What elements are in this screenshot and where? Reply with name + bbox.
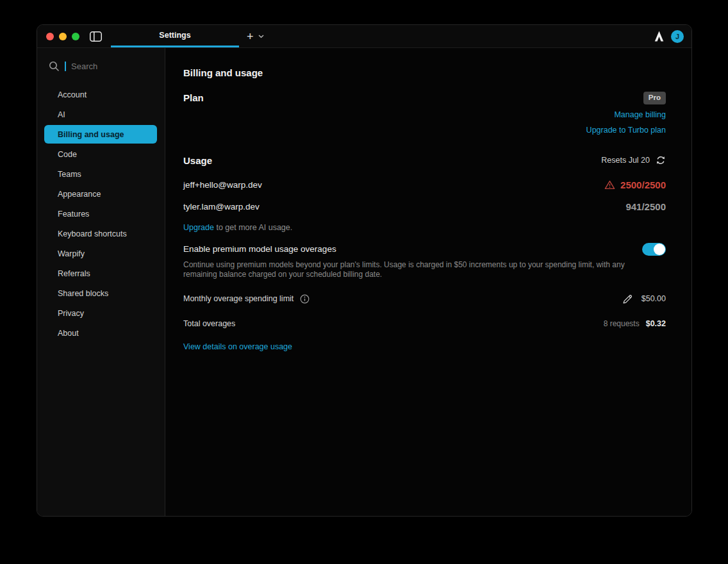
sidebar-item-shared-blocks[interactable]: Shared blocks: [44, 284, 157, 303]
sidebar-item-appearance[interactable]: Appearance: [44, 185, 157, 203]
manage-billing-link[interactable]: Manage billing: [614, 110, 666, 119]
settings-sidebar: Search Account AI Billing and usage Code…: [37, 48, 165, 516]
titlebar: Settings + J: [37, 25, 691, 48]
usage-account-row: jeff+hello@warp.dev 2500/2500: [183, 179, 666, 190]
overages-toggle-label: Enable premium model usage overages: [183, 244, 336, 254]
edit-limit-icon[interactable]: [622, 294, 633, 304]
new-tab-controls: +: [247, 31, 264, 42]
spending-limit-value: $50.00: [641, 294, 666, 303]
search-icon: [49, 61, 60, 72]
sidebar-item-teams[interactable]: Teams: [44, 165, 157, 183]
refresh-icon[interactable]: [656, 155, 666, 165]
search-input[interactable]: Search: [37, 58, 165, 74]
upgrade-hint-text: to get more AI usage.: [214, 223, 292, 232]
settings-window: Settings + J Search: [37, 24, 692, 517]
total-overages-amount: $0.32: [646, 319, 666, 328]
upgrade-to-turbo-link[interactable]: Upgrade to Turbo plan: [586, 126, 666, 135]
page-title: Billing and usage: [183, 67, 666, 78]
sidebar-item-about[interactable]: About: [44, 324, 157, 342]
sidebar-item-keyboard-shortcuts[interactable]: Keyboard shortcuts: [44, 224, 157, 243]
sidebar-item-code[interactable]: Code: [44, 145, 157, 163]
sidebar-item-privacy[interactable]: Privacy: [44, 304, 157, 322]
upgrade-hint: Upgrade to get more AI usage.: [183, 223, 666, 232]
tab-settings[interactable]: Settings: [111, 25, 239, 47]
user-avatar[interactable]: J: [671, 30, 684, 43]
zoom-window-button[interactable]: [72, 33, 79, 40]
total-overages-requests: 8 requests: [604, 319, 640, 328]
spending-limit-label: Monthly overage spending limit: [183, 294, 294, 303]
view-overage-details-link[interactable]: View details on overage usage: [183, 342, 292, 351]
account-email: tyler.lam@warp.dev: [183, 202, 260, 212]
sidebar-item-features[interactable]: Features: [44, 204, 157, 223]
usage-count: 941/2500: [625, 201, 666, 212]
sidebar-item-billing-and-usage[interactable]: Billing and usage: [44, 125, 157, 144]
warp-logo-icon[interactable]: [654, 31, 664, 42]
usage-heading: Usage: [183, 155, 212, 166]
sidebar-item-ai[interactable]: AI: [44, 105, 157, 124]
usage-resets-label: Resets Jul 20: [601, 156, 650, 165]
tab-settings-label: Settings: [159, 31, 190, 40]
traffic-lights: [46, 33, 79, 40]
overages-description: Continue using premium models beyond you…: [183, 260, 659, 279]
total-overages-label: Total overages: [183, 319, 235, 328]
sidebar-item-account[interactable]: Account: [44, 85, 157, 104]
sidebar-item-warpify[interactable]: Warpify: [44, 244, 157, 263]
avatar-initial: J: [675, 33, 679, 40]
minimize-window-button[interactable]: [59, 33, 67, 40]
close-window-button[interactable]: [46, 33, 54, 40]
usage-account-row: tyler.lam@warp.dev 941/2500: [183, 201, 666, 212]
sidebar-nav: Account AI Billing and usage Code Teams …: [44, 85, 157, 342]
info-icon[interactable]: [300, 294, 310, 304]
billing-and-usage-panel: Billing and usage Plan Pro Manage billin…: [165, 48, 691, 516]
upgrade-link[interactable]: Upgrade: [183, 223, 214, 232]
sidebar-item-referrals[interactable]: Referrals: [44, 264, 157, 283]
overages-toggle[interactable]: [642, 243, 666, 256]
new-tab-button[interactable]: +: [247, 31, 254, 42]
titlebar-right: J: [654, 30, 691, 43]
new-tab-chevron-down-icon[interactable]: [258, 35, 264, 38]
text-cursor: [65, 62, 66, 71]
plan-badge: Pro: [643, 92, 666, 104]
account-email: jeff+hello@warp.dev: [183, 180, 262, 190]
warning-icon: [604, 180, 615, 190]
usage-count: 2500/2500: [620, 179, 666, 190]
toggle-knob: [654, 244, 665, 255]
plan-heading: Plan: [183, 92, 204, 103]
sidebar-toggle-icon[interactable]: [90, 31, 102, 42]
search-placeholder: Search: [71, 62, 97, 71]
